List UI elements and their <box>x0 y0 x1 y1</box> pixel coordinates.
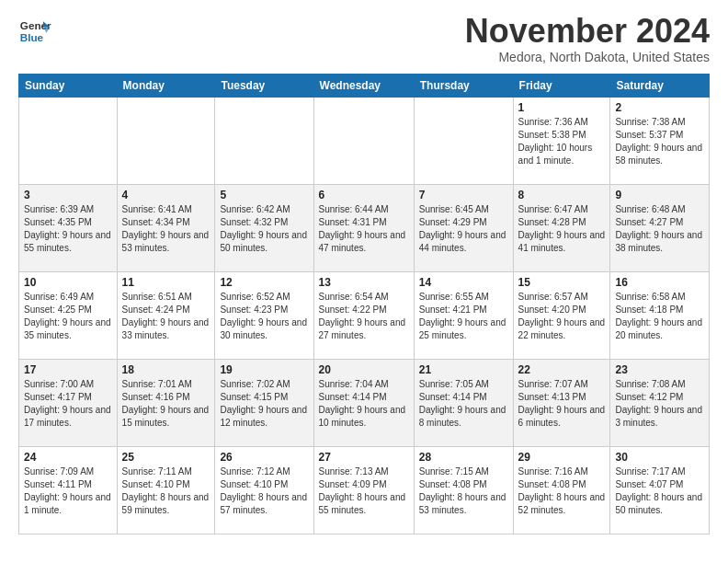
day-number: 15 <box>518 276 606 289</box>
day-info: Sunrise: 6:54 AM Sunset: 4:22 PM Dayligh… <box>319 291 409 342</box>
day-info: Sunrise: 7:00 AM Sunset: 4:17 PM Dayligh… <box>24 378 112 430</box>
day-info: Sunrise: 6:48 AM Sunset: 4:27 PM Dayligh… <box>615 203 704 255</box>
day-number: 27 <box>319 451 409 464</box>
calendar-cell <box>414 98 513 185</box>
day-number: 5 <box>220 189 308 201</box>
calendar-cell: 28Sunrise: 7:15 AM Sunset: 4:08 PM Dayli… <box>414 447 513 534</box>
day-number: 17 <box>24 363 112 376</box>
day-info: Sunrise: 7:17 AM Sunset: 4:07 PM Dayligh… <box>615 465 704 517</box>
day-number: 18 <box>122 363 210 376</box>
calendar-cell: 22Sunrise: 7:07 AM Sunset: 4:13 PM Dayli… <box>513 360 610 447</box>
day-number: 22 <box>518 363 606 376</box>
calendar-cell: 6Sunrise: 6:44 AM Sunset: 4:31 PM Daylig… <box>313 185 414 272</box>
title-area: November 2024 Medora, North Dakota, Unit… <box>465 15 710 64</box>
calendar-cell: 25Sunrise: 7:11 AM Sunset: 4:10 PM Dayli… <box>117 447 215 534</box>
calendar-cell: 19Sunrise: 7:02 AM Sunset: 4:15 PM Dayli… <box>215 360 313 447</box>
day-info: Sunrise: 7:01 AM Sunset: 4:16 PM Dayligh… <box>122 378 210 430</box>
day-number: 9 <box>615 189 704 201</box>
day-info: Sunrise: 7:11 AM Sunset: 4:10 PM Dayligh… <box>122 465 210 517</box>
day-number: 28 <box>419 451 508 464</box>
calendar-cell <box>117 98 215 185</box>
day-number: 1 <box>518 101 606 114</box>
calendar-cell: 26Sunrise: 7:12 AM Sunset: 4:10 PM Dayli… <box>215 447 313 534</box>
day-info: Sunrise: 7:15 AM Sunset: 4:08 PM Dayligh… <box>419 465 508 517</box>
week-row-3: 10Sunrise: 6:49 AM Sunset: 4:25 PM Dayli… <box>19 272 710 360</box>
week-row-1: 1Sunrise: 7:36 AM Sunset: 5:38 PM Daylig… <box>19 98 710 185</box>
calendar-cell: 9Sunrise: 6:48 AM Sunset: 4:27 PM Daylig… <box>610 185 710 272</box>
weekday-header-thursday: Thursday <box>414 75 513 98</box>
day-info: Sunrise: 6:44 AM Sunset: 4:31 PM Dayligh… <box>319 203 409 255</box>
day-number: 3 <box>24 189 112 201</box>
day-info: Sunrise: 6:57 AM Sunset: 4:20 PM Dayligh… <box>518 291 606 342</box>
week-row-4: 17Sunrise: 7:00 AM Sunset: 4:17 PM Dayli… <box>19 360 710 447</box>
calendar-cell: 20Sunrise: 7:04 AM Sunset: 4:14 PM Dayli… <box>313 360 414 447</box>
day-info: Sunrise: 7:02 AM Sunset: 4:15 PM Dayligh… <box>220 378 308 430</box>
calendar-cell: 16Sunrise: 6:58 AM Sunset: 4:18 PM Dayli… <box>610 272 710 360</box>
day-number: 26 <box>220 451 308 464</box>
calendar-cell: 29Sunrise: 7:16 AM Sunset: 4:08 PM Dayli… <box>513 447 610 534</box>
calendar-cell: 5Sunrise: 6:42 AM Sunset: 4:32 PM Daylig… <box>215 185 313 272</box>
day-number: 6 <box>319 189 409 201</box>
calendar-cell: 21Sunrise: 7:05 AM Sunset: 4:14 PM Dayli… <box>414 360 513 447</box>
calendar-cell: 23Sunrise: 7:08 AM Sunset: 4:12 PM Dayli… <box>610 360 710 447</box>
day-info: Sunrise: 6:47 AM Sunset: 4:28 PM Dayligh… <box>518 203 606 255</box>
day-number: 25 <box>122 451 210 464</box>
calendar-cell: 17Sunrise: 7:00 AM Sunset: 4:17 PM Dayli… <box>19 360 118 447</box>
calendar-table: SundayMondayTuesdayWednesdayThursdayFrid… <box>18 74 710 534</box>
day-info: Sunrise: 7:07 AM Sunset: 4:13 PM Dayligh… <box>518 378 606 430</box>
day-number: 12 <box>220 276 308 289</box>
weekday-header-friday: Friday <box>513 75 610 98</box>
weekday-header-monday: Monday <box>117 75 215 98</box>
day-number: 4 <box>122 189 210 201</box>
calendar-cell: 15Sunrise: 6:57 AM Sunset: 4:20 PM Dayli… <box>513 272 610 360</box>
day-info: Sunrise: 7:36 AM Sunset: 5:38 PM Dayligh… <box>518 116 606 167</box>
calendar-cell: 4Sunrise: 6:41 AM Sunset: 4:34 PM Daylig… <box>117 185 215 272</box>
day-info: Sunrise: 7:13 AM Sunset: 4:09 PM Dayligh… <box>319 465 409 517</box>
day-info: Sunrise: 6:55 AM Sunset: 4:21 PM Dayligh… <box>419 291 508 342</box>
day-number: 21 <box>419 363 508 376</box>
day-info: Sunrise: 6:52 AM Sunset: 4:23 PM Dayligh… <box>220 291 308 342</box>
calendar-cell: 3Sunrise: 6:39 AM Sunset: 4:35 PM Daylig… <box>19 185 118 272</box>
calendar-cell: 14Sunrise: 6:55 AM Sunset: 4:21 PM Dayli… <box>414 272 513 360</box>
day-info: Sunrise: 6:39 AM Sunset: 4:35 PM Dayligh… <box>24 203 112 255</box>
calendar-cell: 8Sunrise: 6:47 AM Sunset: 4:28 PM Daylig… <box>513 185 610 272</box>
calendar-cell: 18Sunrise: 7:01 AM Sunset: 4:16 PM Dayli… <box>117 360 215 447</box>
weekday-header-tuesday: Tuesday <box>215 75 313 98</box>
day-info: Sunrise: 7:38 AM Sunset: 5:37 PM Dayligh… <box>615 116 704 167</box>
day-info: Sunrise: 6:42 AM Sunset: 4:32 PM Dayligh… <box>220 203 308 255</box>
day-info: Sunrise: 6:58 AM Sunset: 4:18 PM Dayligh… <box>615 291 704 342</box>
calendar-cell: 1Sunrise: 7:36 AM Sunset: 5:38 PM Daylig… <box>513 98 610 185</box>
month-title: November 2024 <box>465 15 710 48</box>
calendar-cell: 11Sunrise: 6:51 AM Sunset: 4:24 PM Dayli… <box>117 272 215 360</box>
calendar-cell: 30Sunrise: 7:17 AM Sunset: 4:07 PM Dayli… <box>610 447 710 534</box>
day-number: 20 <box>319 363 409 376</box>
weekday-header-row: SundayMondayTuesdayWednesdayThursdayFrid… <box>19 75 710 98</box>
calendar-cell: 13Sunrise: 6:54 AM Sunset: 4:22 PM Dayli… <box>313 272 414 360</box>
day-info: Sunrise: 7:05 AM Sunset: 4:14 PM Dayligh… <box>419 378 508 430</box>
week-row-2: 3Sunrise: 6:39 AM Sunset: 4:35 PM Daylig… <box>19 185 710 272</box>
calendar-cell <box>215 98 313 185</box>
day-info: Sunrise: 7:16 AM Sunset: 4:08 PM Dayligh… <box>518 465 606 517</box>
calendar-cell: 27Sunrise: 7:13 AM Sunset: 4:09 PM Dayli… <box>313 447 414 534</box>
logo-icon: General Blue <box>18 15 51 48</box>
logo: General Blue <box>18 15 51 48</box>
location-title: Medora, North Dakota, United States <box>465 50 710 64</box>
day-number: 2 <box>615 101 704 114</box>
day-number: 11 <box>122 276 210 289</box>
day-number: 23 <box>615 363 704 376</box>
day-info: Sunrise: 7:04 AM Sunset: 4:14 PM Dayligh… <box>319 378 409 430</box>
calendar-cell: 7Sunrise: 6:45 AM Sunset: 4:29 PM Daylig… <box>414 185 513 272</box>
calendar-cell: 24Sunrise: 7:09 AM Sunset: 4:11 PM Dayli… <box>19 447 118 534</box>
day-info: Sunrise: 7:08 AM Sunset: 4:12 PM Dayligh… <box>615 378 704 430</box>
day-number: 7 <box>419 189 508 201</box>
day-number: 8 <box>518 189 606 201</box>
calendar-cell: 10Sunrise: 6:49 AM Sunset: 4:25 PM Dayli… <box>19 272 118 360</box>
day-number: 19 <box>220 363 308 376</box>
day-info: Sunrise: 6:51 AM Sunset: 4:24 PM Dayligh… <box>122 291 210 342</box>
day-number: 10 <box>24 276 112 289</box>
day-info: Sunrise: 6:49 AM Sunset: 4:25 PM Dayligh… <box>24 291 112 342</box>
svg-text:Blue: Blue <box>20 31 44 43</box>
calendar-cell: 12Sunrise: 6:52 AM Sunset: 4:23 PM Dayli… <box>215 272 313 360</box>
day-info: Sunrise: 6:41 AM Sunset: 4:34 PM Dayligh… <box>122 203 210 255</box>
day-number: 13 <box>319 276 409 289</box>
